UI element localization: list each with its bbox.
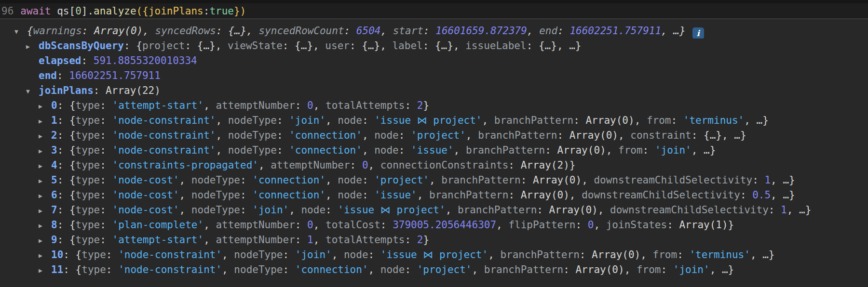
punctuation: { bbox=[27, 25, 33, 37]
punctuation: : bbox=[350, 159, 362, 171]
triangle-collapsed-icon[interactable]: ▶ bbox=[39, 144, 51, 158]
triangle-collapsed-icon[interactable]: ▶ bbox=[39, 248, 51, 262]
punctuation: : bbox=[362, 189, 374, 201]
punctuation: , bbox=[454, 144, 466, 156]
triangle-collapsed-icon[interactable]: ▶ bbox=[39, 203, 51, 218]
punctuation: : bbox=[57, 100, 69, 111]
punctuation: : bbox=[57, 159, 69, 171]
console-line[interactable]: ▶0: {type: 'attempt-start', attemptNumbe… bbox=[0, 98, 868, 113]
preview-key: attemptNumber bbox=[216, 219, 295, 231]
punctuation: , bbox=[380, 25, 393, 37]
punctuation: , bbox=[326, 174, 338, 186]
preview-key: node bbox=[374, 130, 399, 141]
console-line[interactable]: ▶6: {type: 'node-cost', nodeType: 'conne… bbox=[0, 188, 868, 203]
property-key: 2 bbox=[51, 130, 57, 141]
triangle-collapsed-icon[interactable]: ▶ bbox=[39, 129, 51, 143]
punctuation: : bbox=[57, 144, 69, 156]
preview-value: 'issue' bbox=[374, 189, 417, 201]
preview-value: {…} bbox=[704, 130, 722, 141]
triangle-collapsed-icon[interactable]: ▶ bbox=[39, 188, 51, 203]
property-value: Array(22) bbox=[106, 85, 161, 96]
console-line[interactable]: ▶5: {type: 'node-cost', nodeType: 'conne… bbox=[0, 173, 868, 188]
preview-value: 'connection' bbox=[252, 174, 326, 186]
triangle-collapsed-icon[interactable]: ▶ bbox=[26, 39, 39, 53]
preview-key: branchPattern bbox=[494, 115, 573, 126]
console-line[interactable]: ▶10: {type: 'node-constraint', nodeType:… bbox=[0, 248, 868, 262]
console-line[interactable]: ▶7: {type: 'node-cost', nodeType: 'join'… bbox=[0, 203, 868, 218]
preview-value: {…} bbox=[295, 40, 313, 52]
preview-value: 'connection' bbox=[289, 130, 362, 141]
triangle-collapsed-icon[interactable]: ▶ bbox=[39, 233, 51, 248]
console-line[interactable]: ▶1: {type: 'node-constraint', nodeType: … bbox=[0, 113, 868, 128]
preview-value: 'connection' bbox=[252, 189, 326, 201]
code-token: . bbox=[87, 5, 94, 17]
preview-value: 1 bbox=[781, 204, 787, 216]
preview-key: joinStates bbox=[606, 219, 667, 231]
console-line[interactable]: ▶8: {type: 'plan-complete', attemptNumbe… bbox=[0, 218, 868, 233]
info-icon[interactable]: i bbox=[692, 27, 704, 39]
property-key: dbScansByQuery bbox=[39, 40, 124, 52]
property-key: end bbox=[39, 70, 57, 81]
console-line[interactable]: ▶3: {type: 'node-constraint', nodeType: … bbox=[0, 143, 868, 158]
punctuation: : bbox=[100, 174, 112, 186]
punctuation: { bbox=[69, 219, 76, 231]
preview-value: 0 bbox=[588, 219, 594, 231]
code-token bbox=[51, 5, 57, 17]
console-line[interactable]: ▼{warnings: Array(0), syncedRows: {…}, s… bbox=[0, 24, 868, 39]
triangle-expanded-icon[interactable]: ▼ bbox=[26, 84, 39, 98]
punctuation: : bbox=[380, 219, 393, 231]
triangle-collapsed-icon[interactable]: ▶ bbox=[39, 263, 51, 277]
punctuation: { bbox=[69, 100, 76, 111]
triangle-collapsed-icon[interactable]: ▶ bbox=[39, 99, 51, 113]
triangle-collapsed-icon[interactable]: ▶ bbox=[39, 218, 51, 233]
console-line[interactable]: ▶9: {type: 'attempt-start', attemptNumbe… bbox=[0, 233, 868, 248]
preview-key: user bbox=[325, 40, 350, 52]
punctuation: : bbox=[677, 249, 689, 261]
code-token: 0 bbox=[75, 5, 81, 17]
console-line[interactable]: ▼joinPlans: Array(22) bbox=[0, 83, 868, 98]
punctuation: , bbox=[326, 115, 338, 126]
punctuation: , bbox=[313, 100, 326, 111]
punctuation: } bbox=[570, 159, 576, 171]
punctuation: : bbox=[643, 144, 655, 156]
punctuation: : bbox=[326, 204, 338, 216]
preview-key: attemptNumber bbox=[216, 234, 295, 246]
console-line[interactable]: ▶2: {type: 'node-constraint', nodeType: … bbox=[0, 128, 868, 143]
punctuation: , bbox=[527, 25, 539, 37]
triangle-collapsed-icon[interactable]: ▶ bbox=[39, 114, 51, 128]
punctuation: : bbox=[405, 234, 417, 246]
punctuation: : bbox=[575, 219, 587, 231]
console-output-tree: ▼{warnings: Array(0), syncedRows: {…}, s… bbox=[0, 19, 868, 277]
preview-key: project bbox=[142, 40, 185, 52]
console-line: end: 16602251.757911 bbox=[0, 68, 868, 83]
punctuation: : bbox=[100, 100, 112, 111]
preview-value: 'project' bbox=[411, 130, 466, 141]
punctuation: , …} bbox=[722, 130, 746, 141]
preview-value: 'node-constraint' bbox=[112, 115, 216, 126]
punctuation: { bbox=[69, 144, 76, 156]
preview-key: nodeType bbox=[191, 174, 240, 186]
punctuation: : bbox=[283, 40, 295, 52]
console-line[interactable]: ▶dbScansByQuery: {project: {…}, viewStat… bbox=[0, 39, 868, 53]
punctuation: : bbox=[399, 130, 411, 141]
punctuation: : bbox=[277, 144, 289, 156]
triangle-collapsed-icon[interactable]: ▶ bbox=[39, 158, 51, 173]
preview-value: 'project' bbox=[374, 174, 429, 186]
preview-value: 'node-constraint' bbox=[112, 144, 216, 156]
preview-value: 'issue ⋈ project' bbox=[380, 249, 488, 261]
punctuation: : bbox=[563, 264, 575, 275]
triangle-collapsed-icon[interactable]: ▶ bbox=[39, 173, 51, 188]
preview-value: Array(1) bbox=[679, 219, 728, 231]
punctuation: , bbox=[594, 219, 606, 231]
preview-value: 'terminus' bbox=[683, 115, 744, 126]
preview-key: type bbox=[76, 130, 100, 141]
console-line[interactable]: ▶4: {type: 'constraints-propagated', att… bbox=[0, 158, 868, 173]
preview-key: node bbox=[344, 249, 368, 261]
triangle-expanded-icon[interactable]: ▼ bbox=[14, 24, 27, 39]
console-line[interactable]: ▶11: {type: 'node-constraint', nodeType:… bbox=[0, 262, 868, 277]
preview-value: 'issue ⋈ project' bbox=[338, 204, 445, 216]
code-token: true bbox=[209, 5, 234, 17]
punctuation: : bbox=[405, 264, 417, 275]
punctuation: , bbox=[417, 189, 429, 201]
preview-value: 'terminus' bbox=[689, 249, 750, 261]
